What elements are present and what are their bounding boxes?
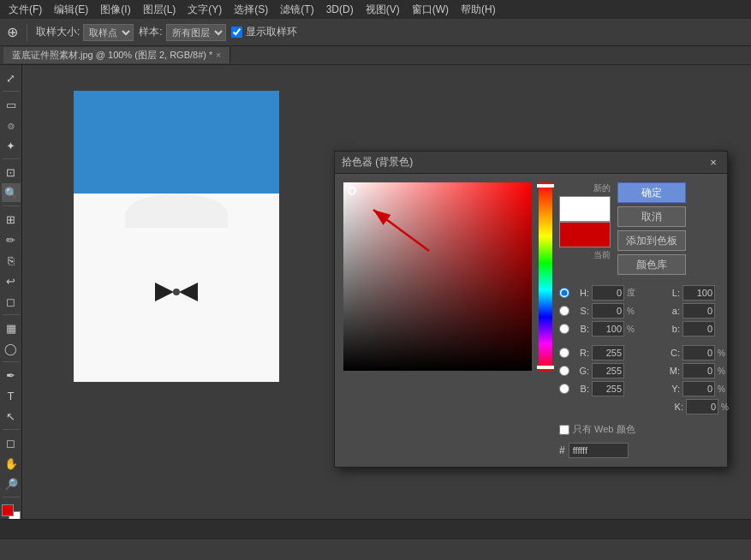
l-label: L:: [663, 288, 680, 298]
menu-text[interactable]: 文字(Y): [182, 1, 227, 19]
r-radio[interactable]: [559, 348, 569, 358]
h-input[interactable]: [592, 285, 624, 301]
l-input[interactable]: [682, 285, 715, 301]
brightness-row: B: % b:: [559, 321, 735, 337]
hue-indicator-bottom: [537, 366, 554, 369]
b3-label: B:: [572, 384, 589, 394]
foreground-color-swatch[interactable]: [2, 504, 14, 516]
hex-input[interactable]: [569, 443, 629, 458]
menu-file[interactable]: 文件(F): [3, 1, 47, 19]
k-label: K:: [666, 402, 683, 412]
hex-row: #: [559, 443, 735, 458]
b-input[interactable]: [592, 321, 624, 337]
menu-help[interactable]: 帮助(H): [456, 1, 501, 19]
white-background: [74, 194, 279, 382]
menu-image[interactable]: 图像(I): [95, 1, 135, 19]
color-library-button[interactable]: 颜色库: [617, 254, 686, 275]
patch-tool[interactable]: ⊞: [2, 210, 21, 229]
preview-current-color: [559, 222, 611, 247]
y-unit: %: [718, 384, 731, 394]
web-only-area: 只有 Web 颜色: [559, 423, 735, 436]
y-label: Y:: [663, 384, 680, 394]
lasso-tool[interactable]: ⌾: [2, 116, 21, 134]
dodge-tool[interactable]: ◯: [2, 339, 21, 358]
show-ring-label: 显示取样环: [246, 25, 297, 39]
color-gradient-picker[interactable]: [343, 182, 532, 371]
tool-size-label: 取样大小:: [36, 25, 80, 39]
green-row: G: M: %: [559, 363, 735, 378]
s-label: S:: [572, 306, 589, 316]
menu-layer[interactable]: 图层(L): [138, 1, 182, 19]
type-tool[interactable]: T: [2, 386, 21, 405]
web-only-label: 只有 Web 颜色: [573, 423, 635, 436]
wand-tool[interactable]: ✦: [2, 136, 21, 155]
s-radio[interactable]: [559, 306, 569, 316]
c-input[interactable]: [682, 345, 715, 360]
b-unit: %: [627, 325, 641, 334]
c-label: C:: [663, 348, 680, 358]
crop-tool[interactable]: ⊡: [2, 163, 21, 182]
menu-3d[interactable]: 3D(D): [321, 2, 359, 17]
m-input[interactable]: [682, 363, 715, 378]
toolbar: ⊕ 取样大小: 取样点 样本: 所有图层 显示取样环: [0, 19, 751, 46]
sample-label: 样本:: [139, 25, 162, 39]
b3-radio[interactable]: [559, 384, 569, 394]
hue-slider[interactable]: [539, 182, 552, 371]
tool-size-select[interactable]: 取样点: [83, 24, 134, 41]
web-only-checkbox[interactable]: [559, 425, 569, 435]
b-radio[interactable]: [559, 324, 569, 334]
current-label: 当前: [593, 249, 611, 261]
y-input[interactable]: [682, 381, 715, 396]
clone-tool[interactable]: ⎘: [2, 251, 21, 270]
g-input[interactable]: [592, 363, 624, 378]
path-select[interactable]: ↖: [2, 407, 21, 426]
eyedropper-tool[interactable]: 🔍: [2, 183, 21, 202]
cursor-arrow-svg: [361, 200, 446, 268]
s-input[interactable]: [592, 303, 624, 319]
add-to-swatches-button[interactable]: 添加到色板: [617, 230, 686, 251]
hand-tool[interactable]: ✋: [2, 454, 21, 473]
a-input[interactable]: [682, 303, 715, 319]
history-brush[interactable]: ↩: [2, 271, 21, 290]
gradient-area[interactable]: [343, 182, 532, 458]
hex-label: #: [559, 444, 565, 456]
tab-close[interactable]: ×: [216, 51, 221, 60]
k-row: K: %: [559, 399, 735, 414]
red-row: R: C: %: [559, 345, 735, 360]
main-area: ⤢ ▭ ⌾ ✦ ⊡ 🔍 ⊞ ✏ ⎘ ↩ ◻ ▦ ◯ ✒ T ↖ ◻ ✋ 🔎: [0, 65, 751, 539]
ok-button[interactable]: 确定: [617, 182, 686, 203]
menu-window[interactable]: 窗口(W): [407, 1, 454, 19]
brush-tool[interactable]: ✏: [2, 230, 21, 249]
k-input[interactable]: [686, 399, 718, 414]
r-label: R:: [572, 348, 589, 358]
tool-icon: ⊕: [7, 24, 18, 40]
color-preview-area: 新的 当前: [559, 182, 611, 282]
color-inputs: H: 度 L: S: %: [559, 285, 735, 414]
pen-tool[interactable]: ✒: [2, 366, 21, 384]
menu-view[interactable]: 视图(V): [361, 1, 405, 19]
dialog-titlebar: 拾色器 (背景色) ×: [335, 152, 727, 174]
menu-edit[interactable]: 编辑(E): [49, 1, 93, 19]
blue-row: B: Y: %: [559, 381, 735, 396]
shape-tool[interactable]: ◻: [2, 433, 21, 452]
menu-select[interactable]: 选择(S): [229, 1, 273, 19]
g-label: G:: [572, 366, 589, 376]
b2-input[interactable]: [682, 321, 715, 337]
r-input[interactable]: [592, 345, 624, 360]
g-radio[interactable]: [559, 366, 569, 376]
m-label: M:: [663, 366, 680, 376]
hue-radio[interactable]: [559, 288, 569, 298]
marquee-tool[interactable]: ▭: [2, 95, 21, 114]
document-tab[interactable]: 蓝底证件照素材.jpg @ 100% (图层 2, RGB/8#) * ×: [3, 47, 230, 63]
zoom-tool[interactable]: 🔎: [2, 474, 21, 493]
gradient-tool[interactable]: ▦: [2, 319, 21, 337]
show-ring-checkbox[interactable]: [231, 27, 242, 38]
b3-input[interactable]: [592, 381, 624, 396]
color-picker-dialog[interactable]: 拾色器 (背景色) ×: [334, 151, 728, 468]
sample-select[interactable]: 所有图层: [166, 24, 226, 41]
eraser-tool[interactable]: ◻: [2, 292, 21, 311]
cancel-button[interactable]: 取消: [617, 206, 686, 227]
move-tool[interactable]: ⤢: [2, 69, 21, 87]
menu-filter[interactable]: 滤镜(T): [275, 1, 319, 19]
dialog-close-button[interactable]: ×: [706, 156, 720, 170]
